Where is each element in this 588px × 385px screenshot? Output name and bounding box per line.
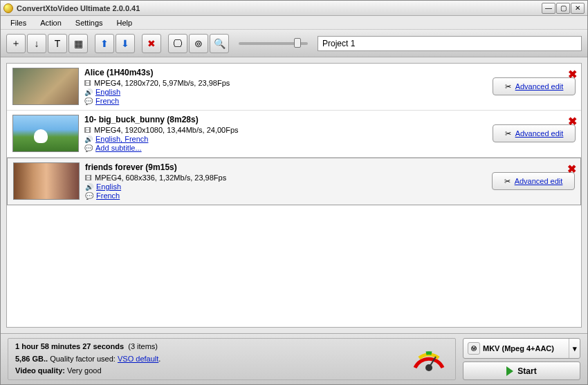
advanced-edit-label: Advanced edit: [515, 177, 563, 185]
add-folder-button[interactable]: ↓: [27, 34, 46, 53]
remove-item-button[interactable]: ✖: [568, 68, 577, 81]
subtitle-link[interactable]: French: [95, 97, 119, 105]
summary-qf-value[interactable]: VSO default: [118, 355, 158, 363]
toolbar: ＋↓T▦⬆⬇✖🖵⊚🔍: [1, 30, 587, 57]
app-icon: [3, 3, 13, 13]
subtitle-link[interactable]: French: [96, 191, 120, 200]
audio-link[interactable]: English, French: [95, 135, 148, 143]
advanced-edit-button[interactable]: ✂ Advanced edit: [492, 172, 575, 190]
scissors-icon: ✂: [505, 82, 511, 91]
video-icon: 🎞: [84, 79, 91, 87]
audio-link[interactable]: English: [96, 182, 121, 191]
item-meta: friends forever (9m15s) 🎞 MPEG4, 608x336…: [85, 162, 486, 200]
video-icon: 🎞: [84, 126, 91, 134]
summary-panel: 1 hour 58 minutes 27 seconds (3 items) 5…: [8, 338, 456, 380]
video-thumbnail[interactable]: [12, 68, 79, 105]
menu-action[interactable]: Action: [35, 17, 67, 28]
move-up-button[interactable]: ⬆: [95, 34, 114, 53]
summary-count: (3 items): [128, 342, 158, 350]
summary-size: 5,86 GB..: [15, 355, 48, 363]
menu-help[interactable]: Help: [111, 17, 138, 28]
output-column: Ⓜ MKV (Mpeg 4+AAC) ▾ Start: [463, 338, 580, 380]
app-window: ConvertXtoVideo Ultimate 2.0.0.41 — ▢ ✕ …: [0, 0, 588, 385]
video-info: MPEG4, 608x336, 1,32Mb/s, 23,98Fps: [95, 173, 226, 182]
quality-gauge-icon: [410, 340, 448, 379]
advanced-edit-button[interactable]: ✂ Advanced edit: [493, 124, 576, 142]
titlebar: ConvertXtoVideo Ultimate 2.0.0.41 — ▢ ✕: [1, 1, 587, 16]
audio-icon: 🔊: [84, 88, 93, 96]
item-meta: 10- big_buck_bunny (8m28s) 🎞 MPEG4, 1920…: [84, 115, 487, 153]
subtitle-button[interactable]: T: [48, 34, 67, 53]
play-icon: [506, 366, 513, 376]
start-label: Start: [517, 366, 536, 376]
maximize-button[interactable]: ▢: [556, 3, 570, 14]
menubar: Files Action Settings Help: [1, 16, 587, 30]
bottom-bar: 1 hour 58 minutes 27 seconds (3 items) 5…: [1, 333, 587, 384]
advanced-edit-label: Advanced edit: [515, 129, 564, 138]
start-button[interactable]: Start: [463, 361, 580, 380]
summary-duration: 1 hour 58 minutes 27 seconds: [15, 342, 124, 350]
item-title: 10- big_buck_bunny (8m28s): [84, 115, 487, 124]
video-info: MPEG4, 1280x720, 5,97Mb/s, 23,98Fps: [94, 79, 230, 87]
video-thumbnail[interactable]: [13, 162, 80, 200]
remove-item-button[interactable]: ✖: [567, 162, 576, 176]
chapter-button[interactable]: ▦: [68, 34, 88, 53]
subtitle-link[interactable]: Add subtitle...: [95, 144, 142, 152]
move-down-button[interactable]: ⬇: [116, 34, 135, 53]
video-thumbnail[interactable]: [12, 115, 79, 152]
item-meta: Alice (1H40m43s) 🎞 MPEG4, 1280x720, 5,97…: [84, 68, 487, 106]
item-list: Alice (1H40m43s) 🎞 MPEG4, 1280x720, 5,97…: [6, 63, 582, 328]
chevron-down-icon: ▾: [569, 339, 580, 358]
list-item[interactable]: Alice (1H40m43s) 🎞 MPEG4, 1280x720, 5,97…: [7, 64, 581, 111]
list-item[interactable]: friends forever (9m15s) 🎞 MPEG4, 608x336…: [7, 158, 581, 205]
audio-icon: 🔊: [84, 135, 93, 143]
audio-link[interactable]: English: [95, 88, 120, 96]
item-title: Alice (1H40m43s): [84, 68, 487, 77]
minimize-button[interactable]: —: [542, 3, 555, 14]
subtitle-icon: 💬: [85, 192, 93, 200]
burn-button[interactable]: ⊚: [189, 34, 208, 53]
remove-item-button[interactable]: ✖: [568, 115, 577, 128]
subtitle-icon: 💬: [84, 144, 93, 152]
video-icon: 🎞: [85, 174, 92, 182]
preview-button[interactable]: 🔍: [210, 34, 229, 53]
video-info: MPEG4, 1920x1080, 13,44Mb/s, 24,00Fps: [94, 126, 239, 134]
output-format-label: MKV (Mpeg 4+AAC): [483, 344, 554, 353]
add-file-button[interactable]: ＋: [6, 34, 26, 53]
summary-quality-label: Video quality:: [15, 366, 65, 375]
menu-settings[interactable]: Settings: [70, 17, 109, 28]
advanced-edit-label: Advanced edit: [515, 82, 564, 91]
menu-files[interactable]: Files: [5, 17, 32, 28]
summary-quality-value: Very good: [67, 366, 102, 375]
zoom-slider-thumb[interactable]: [294, 38, 301, 48]
scissors-icon: ✂: [504, 177, 511, 186]
list-item[interactable]: 10- big_buck_bunny (8m28s) 🎞 MPEG4, 1920…: [7, 111, 581, 158]
summary-qf-label: Quality factor used:: [50, 355, 116, 363]
zoom-slider[interactable]: [239, 42, 308, 45]
output-format-select[interactable]: Ⓜ MKV (Mpeg 4+AAC) ▾: [463, 338, 580, 359]
remove-button[interactable]: ✖: [142, 34, 161, 53]
advanced-edit-button[interactable]: ✂ Advanced edit: [493, 77, 576, 95]
titlebar-title: ConvertXtoVideo Ultimate 2.0.0.41: [17, 4, 541, 12]
project-name-input[interactable]: [318, 36, 582, 51]
merge-button[interactable]: 🖵: [168, 34, 187, 53]
close-button[interactable]: ✕: [571, 3, 585, 14]
subtitle-icon: 💬: [84, 97, 93, 105]
mkv-icon: Ⓜ: [468, 342, 480, 355]
audio-icon: 🔊: [85, 183, 93, 191]
scissors-icon: ✂: [505, 129, 511, 138]
summary-text: 1 hour 58 minutes 27 seconds (3 items) 5…: [15, 341, 401, 377]
item-title: friends forever (9m15s): [85, 162, 486, 172]
